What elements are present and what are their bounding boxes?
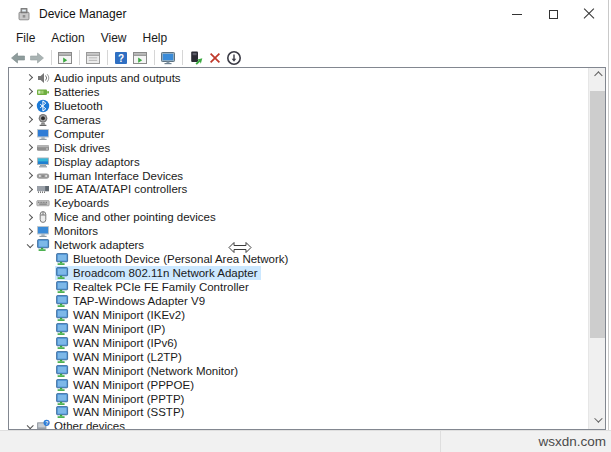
scrollbar-thumb[interactable]	[590, 91, 605, 338]
forward-button[interactable]	[28, 49, 46, 67]
menu-item-help[interactable]: Help	[135, 29, 176, 48]
tree-item[interactable]: WAN Miniport (L2TP)	[9, 350, 605, 364]
chevron-right-icon[interactable]	[22, 75, 36, 80]
export-list-icon	[85, 50, 101, 66]
network-adapter-icon	[55, 364, 69, 378]
item-content: Disk drives	[36, 141, 113, 155]
tree-item-label: Realtek PCIe FE Family Controller	[73, 281, 249, 293]
minimize-button[interactable]	[499, 0, 535, 28]
scan-hardware-changes-button[interactable]	[225, 49, 243, 67]
tree-item[interactable]: TAP-Windows Adapter V9	[9, 294, 605, 308]
update-driver-button[interactable]	[187, 49, 205, 67]
tree-item[interactable]: Network adapters	[9, 238, 605, 252]
menu-bar: FileActionViewHelp	[0, 28, 611, 48]
tree-item-label: Bluetooth	[54, 100, 103, 112]
tree-item-label: Cameras	[54, 114, 101, 126]
back-button[interactable]	[9, 49, 27, 67]
tree-item-label: Human Interface Devices	[54, 170, 183, 182]
display-adapter-icon	[36, 155, 50, 169]
help-button[interactable]: ?	[112, 49, 130, 67]
item-content: WAN Miniport (L2TP)	[55, 350, 185, 364]
unknown-device-icon: ?	[36, 419, 50, 430]
svg-text:?: ?	[118, 52, 124, 63]
tree-item[interactable]: WAN Miniport (PPTP)	[9, 392, 605, 406]
network-adapter-icon	[55, 405, 69, 419]
tree-item[interactable]: Computer	[9, 127, 605, 141]
tree-item[interactable]: ?Other devices	[9, 419, 605, 430]
maximize-button[interactable]	[535, 0, 571, 28]
bluetooth-icon	[36, 99, 50, 113]
menu-item-file[interactable]: File	[8, 29, 43, 48]
chevron-right-icon[interactable]	[22, 159, 36, 164]
tree-item[interactable]: Keyboards	[9, 196, 605, 210]
battery-icon	[36, 85, 50, 99]
tree-item[interactable]: WAN Miniport (PPPOE)	[9, 378, 605, 392]
chevron-glyph	[25, 200, 32, 207]
tree-item-label: Display adaptors	[54, 156, 140, 168]
chevron-right-icon[interactable]	[22, 131, 36, 136]
minimize-icon	[512, 14, 522, 15]
tree-item[interactable]: Display adaptors	[9, 155, 605, 169]
item-content: TAP-Windows Adapter V9	[55, 294, 208, 308]
action-pane-icon	[132, 50, 148, 66]
chevron-right-icon[interactable]	[22, 89, 36, 94]
tree-item[interactable]: Disk drives	[9, 141, 605, 155]
scroll-up-button[interactable]	[589, 69, 605, 85]
network-adapter-icon	[55, 322, 69, 336]
tree-item[interactable]: Cameras	[9, 113, 605, 127]
tree-item[interactable]: Human Interface Devices	[9, 169, 605, 183]
tree-item[interactable]: WAN Miniport (IP)	[9, 322, 605, 336]
properties-button[interactable]	[159, 49, 177, 67]
tree-item[interactable]: Batteries	[9, 85, 605, 99]
close-button[interactable]	[571, 0, 607, 28]
tree-item[interactable]: WAN Miniport (Network Monitor)	[9, 364, 605, 378]
item-content: Cameras	[36, 113, 104, 127]
uninstall-device-button[interactable]	[206, 49, 224, 67]
item-content: Mice and other pointing devices	[36, 210, 219, 224]
tree-item-label: IDE ATA/ATAPI controllers	[54, 183, 187, 195]
chevron-glyph	[25, 228, 32, 235]
computer-properties-icon	[160, 50, 176, 66]
tree-item[interactable]: Bluetooth	[9, 99, 605, 113]
tree-item-label: WAN Miniport (IKEv2)	[73, 309, 185, 321]
chevron-right-icon[interactable]	[22, 229, 36, 234]
tree-item[interactable]: Audio inputs and outputs	[9, 71, 605, 85]
chevron-right-icon[interactable]	[22, 215, 36, 220]
chevron-down-icon[interactable]	[22, 424, 36, 429]
tree-item[interactable]: Realtek PCIe FE Family Controller	[9, 280, 605, 294]
tree-item[interactable]: Bluetooth Device (Personal Area Network)	[9, 252, 605, 266]
network-adapter-icon	[55, 336, 69, 350]
vertical-scrollbar[interactable]	[588, 68, 605, 429]
chevron-right-icon[interactable]	[22, 117, 36, 122]
mouse-icon	[36, 210, 50, 224]
tree-item[interactable]: Mice and other pointing devices	[9, 210, 605, 224]
tree-item-label: WAN Miniport (Network Monitor)	[73, 365, 238, 377]
toolbar-separator	[107, 50, 108, 65]
tree-item[interactable]: IDE ATA/ATAPI controllers	[9, 183, 605, 197]
window-title: Device Manager	[39, 7, 126, 21]
uninstall-icon	[207, 50, 223, 66]
help-icon: ?	[113, 50, 129, 66]
hid-icon	[36, 169, 50, 183]
tree-item[interactable]: WAN Miniport (IPv6)	[9, 336, 605, 350]
chevron-right-icon[interactable]	[22, 103, 36, 108]
chevron-right-icon[interactable]	[22, 173, 36, 178]
show-action-pane-button[interactable]	[131, 49, 149, 67]
tree-item[interactable]: Broadcom 802.11n Network Adapter	[9, 266, 605, 280]
tree-item[interactable]: Monitors	[9, 224, 605, 238]
chevron-right-icon[interactable]	[22, 187, 36, 192]
network-adapter-icon	[55, 266, 69, 280]
tree-item-label: WAN Miniport (PPTP)	[73, 393, 184, 405]
close-icon	[583, 8, 595, 20]
chevron-right-icon[interactable]	[22, 145, 36, 150]
show-console-tree-button[interactable]	[56, 49, 74, 67]
export-list-button[interactable]	[84, 49, 102, 67]
chevron-down-icon[interactable]	[22, 243, 36, 248]
toolbar-separator	[51, 50, 52, 65]
scroll-down-button[interactable]	[589, 412, 605, 428]
menu-item-action[interactable]: Action	[43, 29, 92, 48]
tree-item[interactable]: WAN Miniport (IKEv2)	[9, 308, 605, 322]
chevron-right-icon[interactable]	[22, 201, 36, 206]
tree-item[interactable]: WAN Miniport (SSTP)	[9, 406, 605, 420]
menu-item-view[interactable]: View	[93, 29, 135, 48]
